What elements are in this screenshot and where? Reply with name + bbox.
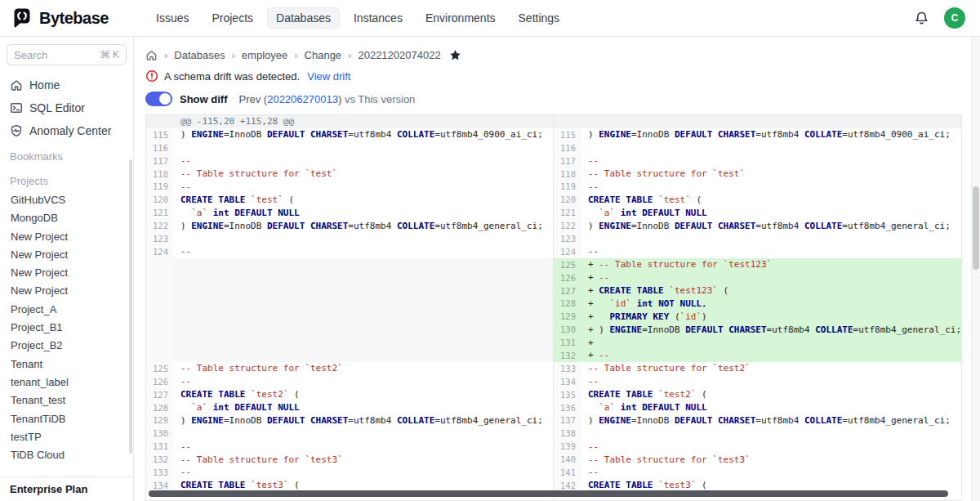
diff-line: 136 `a` int DEFAULT NULL	[554, 401, 961, 414]
line-number: 133	[146, 466, 174, 479]
sidebar-project-item[interactable]: Project_B2	[0, 337, 133, 355]
nav-item-environments[interactable]: Environments	[416, 7, 505, 29]
diff-line: 124--	[554, 245, 961, 258]
line-number	[146, 297, 174, 310]
line-number: 125	[146, 362, 174, 375]
line-number: 123	[146, 232, 174, 245]
diff-filler-line	[146, 336, 553, 349]
search-shortcut: ⌘ K	[100, 49, 119, 60]
line-number: 141	[554, 466, 581, 479]
diff-line: 121 `a` int DEFAULT NULL	[554, 206, 961, 219]
diff-line: 118-- Table structure for `test`	[146, 168, 553, 181]
diff-line: 118-- Table structure for `test`	[554, 168, 961, 181]
sidebar-item-sql-editor[interactable]: SQL Editor	[0, 96, 133, 119]
sidebar-project-item[interactable]: GitHubVCS	[0, 191, 133, 209]
nav-item-projects[interactable]: Projects	[203, 7, 262, 29]
sidebar-project-item[interactable]: Project_B1	[0, 319, 133, 337]
line-number: 120	[554, 193, 581, 206]
sidebar-item-home[interactable]: Home	[0, 74, 133, 96]
line-number: 126	[554, 271, 581, 284]
line-number: 122	[146, 219, 174, 232]
diff-line: 132+ --	[554, 349, 961, 362]
search-input[interactable]	[14, 49, 100, 61]
line-number: 132	[554, 349, 581, 362]
sidebar-item-label: Home	[29, 78, 60, 92]
star-icon[interactable]	[449, 49, 461, 61]
prev-version-link[interactable]: 202206270013	[267, 93, 338, 105]
nav-item-databases[interactable]: Databases	[267, 7, 340, 29]
sidebar-project-item[interactable]: New Project	[0, 228, 133, 246]
diff-line: 127CREATE TABLE `test2` (	[146, 388, 553, 401]
breadcrumb-item[interactable]: Databases	[174, 49, 225, 61]
breadcrumb-item[interactable]: employee	[242, 49, 287, 61]
code-text: + CREATE TABLE `test123` (	[581, 284, 961, 297]
bell-icon[interactable]	[914, 11, 929, 26]
show-diff-label: Show diff	[180, 93, 228, 105]
diff-line: 129) ENGINE=InnoDB DEFAULT CHARSET=utf8m…	[146, 414, 553, 427]
horizontal-scrollbar[interactable]	[149, 490, 948, 497]
line-number: 129	[146, 414, 174, 427]
code-text: + ) ENGINE=InnoDB DEFAULT CHARSET=utf8mb…	[581, 323, 961, 336]
diff-line: 133--	[146, 466, 553, 479]
line-number: 123	[554, 232, 581, 245]
sidebar-project-item[interactable]: New Project	[0, 264, 133, 282]
code-text: --	[174, 245, 553, 258]
bytebase-logo[interactable]: Bytebase	[11, 7, 134, 29]
sidebar: ⌘ K Home SQL Editor	[0, 37, 134, 501]
diff-filler-line	[146, 284, 553, 297]
line-number	[146, 323, 174, 336]
code-text	[581, 115, 961, 128]
sidebar-project-item[interactable]: TenantTiDB	[0, 410, 133, 428]
code-text	[174, 258, 553, 271]
sidebar-project-item[interactable]: TiDB Cloud	[0, 446, 133, 464]
line-number: 121	[146, 206, 174, 219]
sidebar-project-item[interactable]: tenant_label	[0, 374, 133, 391]
code-text	[581, 232, 961, 245]
breadcrumb-item[interactable]: Change	[305, 49, 342, 61]
code-text: `a` int DEFAULT NULL	[174, 206, 553, 219]
show-diff-toggle[interactable]	[145, 92, 172, 106]
code-text	[174, 349, 553, 362]
diff-line: 124--	[146, 245, 553, 258]
diff-line: 139--	[554, 440, 961, 453]
diff-hunk-header	[554, 115, 961, 128]
line-number: 118	[554, 168, 581, 181]
line-number	[146, 349, 174, 362]
code-text: --	[174, 466, 553, 479]
breadcrumb-home-icon[interactable]	[145, 49, 158, 61]
code-text	[174, 323, 553, 336]
search-box[interactable]: ⌘ K	[7, 44, 127, 65]
sidebar-project-item[interactable]: New Project	[0, 282, 133, 300]
sidebar-project-item[interactable]: testTP	[0, 428, 133, 446]
code-text: CREATE TABLE `test2` (	[174, 388, 553, 401]
code-text: ) ENGINE=InnoDB DEFAULT CHARSET=utf8mb4 …	[174, 128, 553, 141]
code-text: ) ENGINE=InnoDB DEFAULT CHARSET=utf8mb4 …	[174, 219, 553, 232]
line-number: 115	[554, 128, 581, 141]
line-number: 124	[146, 245, 174, 258]
nav-item-settings[interactable]: Settings	[510, 7, 569, 29]
code-text: CREATE TABLE `test` (	[581, 193, 961, 206]
sidebar-project-item[interactable]: MongoDB	[0, 209, 133, 227]
sidebar-project-item[interactable]: Tenant	[0, 356, 133, 374]
drift-alert-message: A schema drift was detected.	[164, 70, 300, 83]
breadcrumb-separator: ›	[348, 49, 351, 61]
view-drift-link[interactable]: View drift	[307, 70, 350, 83]
plan-label: Enterprise Plan	[0, 476, 133, 501]
sidebar-project-item[interactable]: New Project	[0, 246, 133, 264]
nav-item-issues[interactable]: Issues	[147, 7, 198, 29]
diff-filler-line	[146, 271, 553, 284]
sidebar-project-item[interactable]: Project_A	[0, 301, 133, 319]
code-text: --	[581, 180, 961, 193]
sidebar-project-item[interactable]: Tenant_test	[0, 391, 133, 409]
avatar[interactable]: C	[944, 7, 965, 29]
projects-list: GitHubVCSMongoDBNew ProjectNew ProjectNe…	[0, 191, 133, 464]
nav-item-instances[interactable]: Instances	[345, 7, 412, 29]
sidebar-item-anomaly-center[interactable]: Anomaly Center	[0, 119, 133, 142]
diff-line: 125+ -- Table structure for `test123`	[554, 258, 961, 271]
line-number: 119	[146, 180, 174, 193]
code-text	[174, 336, 553, 349]
page-scrollbar-thumb[interactable]	[973, 186, 979, 270]
sidebar-scrollbar[interactable]	[129, 159, 132, 454]
code-text	[174, 297, 553, 310]
diff-line: 120CREATE TABLE `test` (	[554, 193, 961, 206]
